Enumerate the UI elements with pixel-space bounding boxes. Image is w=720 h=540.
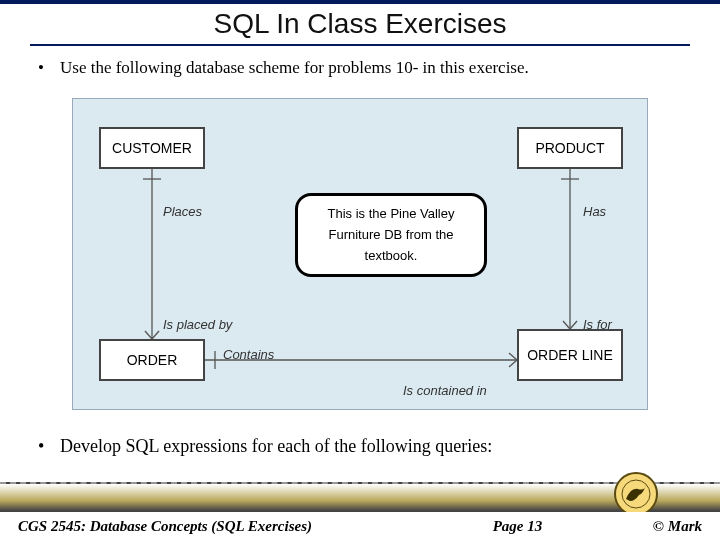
note-line-2: Furniture DB from the [308,227,474,242]
task-bullet: Develop SQL expressions for each of the … [60,436,690,457]
intro-bullet: Use the following database scheme for pr… [60,58,690,78]
entity-order: ORDER [99,339,205,381]
pegasus-icon [621,479,651,509]
entity-product: PRODUCT [517,127,623,169]
rel-is-for: Is for [583,317,612,332]
rel-has: Has [583,204,606,219]
er-diagram-panel: CUSTOMER PRODUCT ORDER ORDER LINE Places… [72,98,648,410]
footer-bar: CGS 2545: Database Concepts (SQL Exercis… [0,512,720,540]
svg-line-3 [145,331,152,339]
note-line-3: textbook. [308,248,474,263]
footer-gradient [0,482,720,512]
page-title: SQL In Class Exercises [0,8,720,40]
footer-page: Page 13 [382,518,653,535]
entity-orderline: ORDER LINE [517,329,623,381]
svg-line-9 [509,353,517,360]
svg-line-6 [563,321,570,329]
footer-course: CGS 2545: Database Concepts (SQL Exercis… [18,518,312,535]
note-box: This is the Pine Valley Furniture DB fro… [295,193,487,277]
rel-is-contained-in: Is contained in [403,383,487,398]
title-underline [30,44,690,46]
rel-places: Places [163,204,202,219]
svg-line-10 [509,360,517,367]
top-border [0,0,720,4]
rel-contains: Contains [223,347,274,362]
rel-is-placed-by: Is placed by [163,317,232,332]
footer-copyright: © Mark [653,518,702,535]
svg-line-4 [152,331,159,339]
university-logo [614,472,658,516]
svg-line-7 [570,321,577,329]
note-line-1: This is the Pine Valley [308,206,474,221]
entity-customer: CUSTOMER [99,127,205,169]
